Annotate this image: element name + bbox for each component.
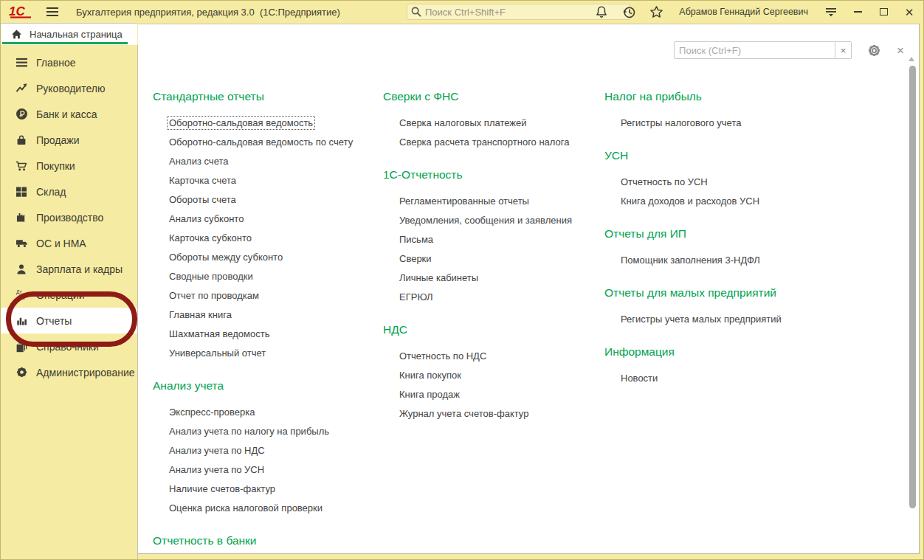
report-link[interactable]: Регистры учета малых предприятий — [604, 310, 855, 329]
report-column-2: Сверки с ФНССверка налоговых платежейСве… — [383, 90, 604, 554]
report-link[interactable]: Обороты счета — [153, 190, 383, 210]
report-link[interactable]: Наличие счетов-фактур — [153, 480, 383, 499]
report-link[interactable]: Шахматная ведомость — [153, 325, 383, 344]
factory-icon — [14, 211, 29, 224]
books-icon — [14, 340, 29, 353]
section-title[interactable]: Информация — [604, 345, 855, 360]
report-link[interactable]: Отчет по проводкам — [153, 286, 383, 305]
panel-search-input[interactable] — [674, 41, 835, 59]
report-section: ИнформацияНовости — [604, 345, 855, 388]
close-window-button[interactable]: ✕ — [903, 5, 916, 18]
report-section: Анализ учетаЭкспресс-проверкаАнализ учет… — [153, 379, 383, 518]
sidebar-item-label: ОС и НМА — [36, 238, 86, 249]
report-section: Отчетность в банки — [153, 534, 383, 549]
section-title[interactable]: НДС — [383, 323, 604, 338]
report-link[interactable]: Анализ счета — [153, 152, 383, 171]
menu-icon — [14, 56, 29, 69]
section-title[interactable]: Отчеты для малых предприятий — [604, 286, 855, 301]
report-link[interactable]: Универсальный отчет — [153, 344, 383, 363]
sidebar-item-spravochniki[interactable]: Справочники — [1, 333, 137, 359]
report-link[interactable]: Экспресс-проверка — [153, 403, 383, 422]
report-link[interactable]: Сверка расчета транспортного налога — [383, 133, 604, 152]
section-title[interactable]: УСН — [604, 149, 855, 164]
bag-icon — [14, 134, 29, 147]
report-link[interactable]: Отчетность по УСН — [604, 173, 855, 192]
section-title[interactable]: Отчеты для ИП — [604, 227, 855, 242]
scrollbar-up-arrow[interactable] — [909, 57, 914, 61]
minimize-button[interactable] — [851, 5, 864, 18]
1c-logo-icon: 1С — [8, 3, 35, 21]
report-column-3: Налог на прибыльРегистры налогового учет… — [604, 90, 855, 554]
report-link[interactable]: Анализ учета по НДС — [153, 441, 383, 460]
report-link[interactable]: Уведомления, сообщения и заявления — [383, 211, 604, 230]
report-link[interactable]: Письма — [383, 230, 604, 249]
report-link[interactable]: Оборотно-сальдовая ведомость — [153, 114, 383, 133]
sidebar-item-label: Банк и касса — [36, 108, 97, 120]
section-title[interactable]: Налог на прибыль — [604, 90, 855, 105]
history-icon[interactable] — [621, 4, 636, 19]
report-link[interactable]: Журнал учета счетов-фактур — [383, 404, 604, 424]
report-link[interactable]: Оборотно-сальдовая ведомость по счету — [153, 133, 383, 152]
truck-icon — [14, 237, 29, 250]
sidebar-item-label: Администрирование — [36, 367, 135, 378]
report-link[interactable]: Регистры налогового учета — [604, 114, 855, 133]
sidebar-item-proizvodstvo[interactable]: Производство — [1, 204, 137, 230]
report-link[interactable]: Обороты между субконто — [153, 248, 383, 267]
search-clear-button[interactable]: × — [835, 41, 852, 59]
app-window: 1С Бухгалтерия предприятия, редакция 3.0… — [0, 0, 924, 560]
report-link[interactable]: Личные кабинеты — [383, 269, 604, 288]
sidebar-item-zarplata-i-kadry[interactable]: Зарплата и кадры — [1, 256, 137, 282]
tab-home-page[interactable]: Начальная страница — [1, 23, 137, 45]
report-link[interactable]: Отчетность по НДС — [383, 347, 604, 366]
report-link[interactable]: ЕГРЮЛ — [383, 288, 604, 307]
sidebar-item-label: Отчеты — [36, 315, 72, 327]
sidebar-item-operatsii[interactable]: ДтКтОперации — [1, 282, 137, 308]
notifications-bell-icon[interactable] — [594, 4, 609, 19]
report-link[interactable]: Книга продаж — [383, 385, 604, 404]
section-title[interactable]: Анализ учета — [153, 379, 383, 394]
sidebar-item-label: Склад — [36, 186, 66, 198]
section-title[interactable]: Сверки с ФНС — [383, 90, 604, 105]
sidebar-item-otchety[interactable]: Отчеты — [1, 308, 137, 333]
report-link[interactable]: Сводные проводки — [153, 267, 383, 286]
sidebar-item-label: Справочники — [36, 341, 99, 353]
sidebar-item-sklad[interactable]: Склад — [1, 179, 137, 204]
sidebar-item-glavnoe[interactable]: Главное — [1, 49, 137, 75]
reports-panel: × × Стандартные отчетыОборотно-сальдовая… — [138, 24, 920, 554]
report-section: 1С-ОтчетностьРегламентированные отчетыУв… — [383, 168, 604, 307]
report-link[interactable]: Анализ учета по УСН — [153, 460, 383, 480]
sidebar-item-pokupki[interactable]: Покупки — [1, 153, 137, 179]
panel-settings-gear-icon[interactable] — [866, 43, 882, 58]
section-title[interactable]: 1С-Отчетность — [383, 168, 604, 183]
report-link[interactable]: Главная книга — [153, 305, 383, 325]
sidebar-item-rukovoditelyu[interactable]: Руководителю — [1, 75, 137, 101]
sidebar-item-os-i-nma[interactable]: ОС и НМА — [1, 230, 137, 256]
report-link[interactable]: Регламентированные отчеты — [383, 192, 604, 211]
report-link[interactable]: Анализ учета по налогу на прибыль — [153, 422, 383, 441]
service-menu-icon[interactable] — [824, 4, 838, 19]
report-link[interactable]: Анализ субконто — [153, 210, 383, 229]
report-link[interactable]: Оценка риска налоговой проверки — [153, 499, 383, 518]
report-link[interactable]: Книга покупок — [383, 366, 604, 385]
report-section: УСНОтчетность по УСНКнига доходов и расх… — [604, 149, 855, 211]
scrollbar-thumb[interactable] — [909, 66, 916, 508]
report-link[interactable]: Книга доходов и расходов УСН — [604, 192, 855, 211]
report-link[interactable]: Сверка налоговых платежей — [383, 114, 604, 133]
report-link[interactable]: Помощник заполнения 3-НДФЛ — [604, 251, 855, 270]
section-title[interactable]: Стандартные отчеты — [153, 90, 383, 105]
home-icon — [11, 29, 22, 40]
main-menu-icon[interactable] — [46, 7, 58, 16]
report-link[interactable]: Сверки — [383, 249, 604, 269]
current-user-name[interactable]: Абрамов Геннадий Сергеевич — [679, 7, 808, 17]
maximize-button[interactable] — [877, 5, 890, 18]
panel-close-icon[interactable]: × — [897, 44, 904, 57]
report-link[interactable]: Карточка субконто — [153, 229, 383, 248]
section-title[interactable]: Отчетность в банки — [153, 534, 383, 549]
sidebar-item-prodazhi[interactable]: Продажи — [1, 127, 137, 153]
report-link[interactable]: Новости — [604, 369, 855, 388]
sidebar-item-bank-i-kassa[interactable]: Банк и касса — [1, 101, 137, 127]
report-link[interactable]: Карточка счета — [153, 171, 383, 190]
favorites-star-icon[interactable] — [649, 4, 663, 19]
tab-home-label: Начальная страница — [30, 29, 123, 40]
sidebar-item-administrirovanie[interactable]: Администрирование — [1, 359, 137, 385]
